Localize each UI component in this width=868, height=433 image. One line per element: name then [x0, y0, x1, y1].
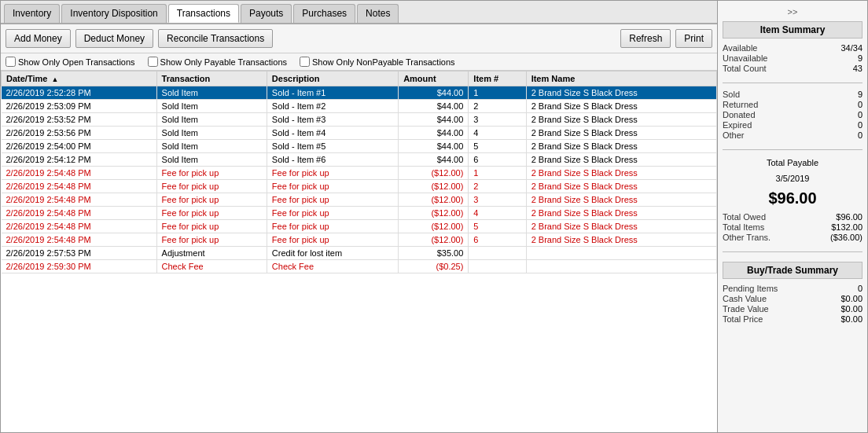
tab-inventory-disposition[interactable]: Inventory Disposition	[61, 4, 166, 23]
table-row[interactable]: 2/26/2019 2:54:48 PMFee for pick upFee f…	[2, 193, 717, 207]
right-panel: >> Item Summary Available 34/34 Unavaila…	[718, 1, 867, 432]
table-row[interactable]: 2/26/2019 2:57:53 PMAdjustmentCredit for…	[2, 247, 717, 260]
item-summary-grid: Available 34/34 Unavailable 9 Total Coun…	[723, 43, 862, 73]
table-row[interactable]: 2/26/2019 2:54:48 PMFee for pick upFee f…	[2, 233, 717, 247]
col-item-num[interactable]: Item #	[469, 72, 526, 86]
donated-label: Donated	[723, 110, 855, 119]
table-cell: 2/26/2019 2:54:48 PM	[2, 193, 157, 207]
table-row[interactable]: 2/26/2019 2:53:56 PMSold ItemSold - Item…	[2, 127, 717, 140]
table-cell: 2 Brand Size S Black Dress	[526, 86, 716, 100]
col-transaction[interactable]: Transaction	[156, 72, 267, 86]
table-cell: Check Fee	[156, 260, 267, 273]
table-cell: 2/26/2019 2:53:56 PM	[2, 127, 157, 140]
col-item-name[interactable]: Item Name	[526, 72, 716, 86]
sort-arrow-datetime: ▲	[51, 75, 58, 83]
table-row[interactable]: 2/26/2019 2:52:28 PMSold ItemSold - Item…	[2, 86, 717, 100]
expired-value: 0	[858, 120, 862, 130]
table-cell: 1	[469, 86, 526, 100]
divider-1	[723, 83, 862, 83]
table-cell: 2 Brand Size S Black Dress	[526, 180, 716, 193]
total-items-label: Total Items	[723, 222, 827, 232]
table-cell: 2/26/2019 2:54:12 PM	[2, 153, 157, 167]
table-cell: 2	[469, 100, 526, 113]
deduct-money-button[interactable]: Deduct Money	[75, 29, 153, 48]
trade-value-value: $0.00	[840, 304, 862, 314]
table-cell: 3	[469, 113, 526, 127]
tab-payouts[interactable]: Payouts	[241, 4, 292, 23]
table-cell: 2/26/2019 2:54:48 PM	[2, 233, 157, 247]
table-cell	[526, 247, 716, 260]
col-amount[interactable]: Amount	[399, 72, 469, 86]
filter-non-payable[interactable]: Show Only NonPayable Transactions	[300, 57, 455, 67]
filter-payable-checkbox[interactable]	[148, 57, 158, 67]
table-cell: $44.00	[399, 140, 469, 153]
table-cell: Credit for lost item	[267, 247, 398, 260]
add-money-button[interactable]: Add Money	[6, 29, 71, 48]
table-cell: 2/26/2019 2:59:30 PM	[2, 260, 157, 273]
table-cell: ($12.00)	[399, 193, 469, 207]
table-cell: Fee for pick up	[156, 180, 267, 193]
table-cell: 3	[469, 193, 526, 207]
table-row[interactable]: 2/26/2019 2:54:48 PMFee for pick upFee f…	[2, 207, 717, 220]
total-payable-date: 3/5/2019	[723, 174, 862, 183]
table-cell: 2/26/2019 2:54:48 PM	[2, 207, 157, 220]
table-cell: ($12.00)	[399, 233, 469, 247]
table-row[interactable]: 2/26/2019 2:54:48 PMFee for pick upFee f…	[2, 167, 717, 180]
table-cell: 2 Brand Size S Black Dress	[526, 193, 716, 207]
table-cell: 5	[469, 220, 526, 233]
table-row[interactable]: 2/26/2019 2:53:09 PMSold ItemSold - Item…	[2, 100, 717, 113]
table-cell: 2/26/2019 2:53:52 PM	[2, 113, 157, 127]
table-cell: $44.00	[399, 153, 469, 167]
col-description[interactable]: Description	[267, 72, 398, 86]
panel-nav[interactable]: >>	[723, 6, 862, 18]
table-row[interactable]: 2/26/2019 2:54:48 PMFee for pick upFee f…	[2, 180, 717, 193]
buy-trade-title: Buy/Trade Summary	[723, 262, 862, 279]
tab-inventory[interactable]: Inventory	[4, 4, 60, 23]
filter-non-payable-checkbox[interactable]	[300, 57, 310, 67]
reconcile-button[interactable]: Reconcile Transactions	[158, 29, 273, 48]
table-cell: $44.00	[399, 86, 469, 100]
returned-value: 0	[858, 100, 862, 109]
refresh-button[interactable]: Refresh	[620, 29, 671, 48]
table-cell: 6	[469, 153, 526, 167]
other-trans-value: ($36.00)	[830, 233, 862, 242]
table-cell: 1	[469, 167, 526, 180]
table-row[interactable]: 2/26/2019 2:53:52 PMSold ItemSold - Item…	[2, 113, 717, 127]
buy-trade-grid: Pending Items 0 Cash Value $0.00 Trade V…	[723, 284, 862, 324]
table-cell: $44.00	[399, 100, 469, 113]
table-cell: ($0.25)	[399, 260, 469, 273]
table-cell: Sold - Item #6	[267, 153, 398, 167]
table-cell: 2/26/2019 2:57:53 PM	[2, 247, 157, 260]
table-header-row: Date/Time ▲ Transaction Description Amou…	[2, 72, 717, 86]
filter-payable[interactable]: Show Only Payable Transactions	[148, 57, 287, 67]
table-cell: Fee for pick up	[156, 220, 267, 233]
print-button[interactable]: Print	[675, 29, 712, 48]
table-cell: 2 Brand Size S Black Dress	[526, 140, 716, 153]
total-price-label: Total Price	[723, 314, 837, 324]
table-cell	[469, 247, 526, 260]
filter-open-checkbox[interactable]	[6, 57, 16, 67]
other-value: 0	[858, 130, 862, 140]
tab-notes[interactable]: Notes	[357, 4, 399, 23]
table-cell: 2/26/2019 2:54:48 PM	[2, 167, 157, 180]
filter-open[interactable]: Show Only Open Transactions	[6, 57, 135, 67]
col-datetime[interactable]: Date/Time ▲	[2, 72, 157, 86]
table-cell: 4	[469, 207, 526, 220]
tab-purchases[interactable]: Purchases	[293, 4, 355, 23]
table-cell: 2/26/2019 2:52:28 PM	[2, 86, 157, 100]
transactions-table-container: Date/Time ▲ Transaction Description Amou…	[1, 71, 717, 432]
table-cell: 4	[469, 127, 526, 140]
table-cell: Fee for pick up	[156, 167, 267, 180]
table-row[interactable]: 2/26/2019 2:54:00 PMSold ItemSold - Item…	[2, 140, 717, 153]
available-value: 34/34	[840, 43, 862, 53]
table-cell: 2 Brand Size S Black Dress	[526, 167, 716, 180]
tab-transactions[interactable]: Transactions	[168, 4, 239, 23]
table-row[interactable]: 2/26/2019 2:54:48 PMFee for pick upFee f…	[2, 220, 717, 233]
toolbar: Add Money Deduct Money Reconcile Transac…	[1, 24, 717, 53]
table-body: 2/26/2019 2:52:28 PMSold ItemSold - Item…	[2, 86, 717, 273]
divider-2	[723, 149, 862, 150]
table-row[interactable]: 2/26/2019 2:59:30 PMCheck FeeCheck Fee($…	[2, 260, 717, 273]
other-label: Other	[723, 130, 855, 140]
table-row[interactable]: 2/26/2019 2:54:12 PMSold ItemSold - Item…	[2, 153, 717, 167]
table-cell: Fee for pick up	[156, 233, 267, 247]
